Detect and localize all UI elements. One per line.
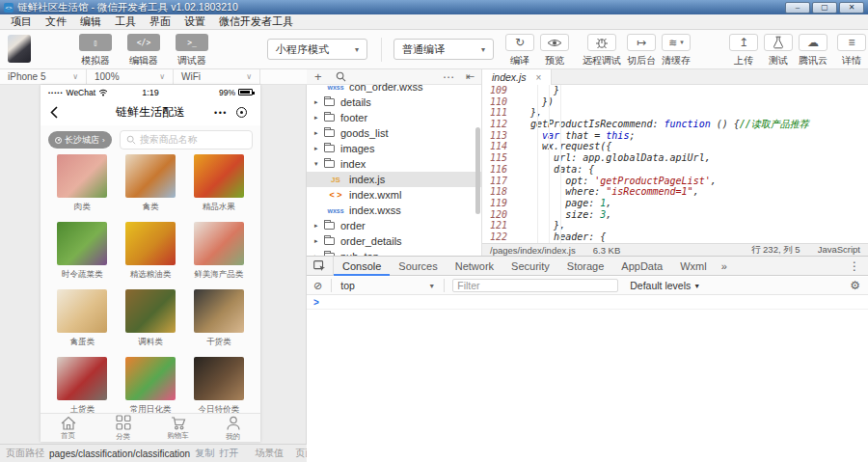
- console-tab-sources[interactable]: Sources: [390, 257, 446, 276]
- tabbar-grid[interactable]: 分类: [95, 414, 150, 442]
- zoom-select[interactable]: 100%∨: [87, 69, 174, 84]
- code-area[interactable]: 109 }110 })111 },112 getProductIsRecomme…: [482, 85, 868, 243]
- action-upload-button[interactable]: ↥上传: [729, 34, 758, 68]
- tree-item-footer[interactable]: ▸footer: [307, 110, 482, 125]
- inspect-element-icon[interactable]: [307, 257, 334, 276]
- network-select[interactable]: WiFi∨: [174, 69, 260, 84]
- open-path-button[interactable]: 打开: [219, 447, 238, 460]
- tree-item-goods_list[interactable]: ▸goods_list: [307, 125, 482, 141]
- tree-item-order[interactable]: ▸order: [307, 218, 482, 233]
- 编辑器-button[interactable]: </>编辑器: [120, 34, 168, 68]
- search-input[interactable]: 搜索商品名称: [120, 130, 253, 149]
- copy-path-button[interactable]: 复制: [195, 447, 214, 460]
- details-button[interactable]: ≡详情: [837, 34, 866, 68]
- compile-select[interactable]: 普通编译 ▾: [393, 39, 494, 60]
- device-select[interactable]: iPhone 5∨: [0, 69, 87, 84]
- tree-item-index.wxss[interactable]: wxssindex.wxss: [307, 203, 482, 218]
- category-item-10[interactable]: 常用日化类: [117, 357, 185, 416]
- minimize-button[interactable]: –: [785, 2, 810, 14]
- back-icon[interactable]: [50, 106, 58, 119]
- tabbar-cart[interactable]: 购物车: [150, 414, 205, 442]
- action-eye-button[interactable]: 预览: [540, 34, 569, 68]
- tree-scrollbar[interactable]: [475, 127, 480, 214]
- chevron-right-icon[interactable]: ▸: [314, 237, 322, 245]
- console-tab-appdata[interactable]: AppData: [612, 257, 671, 276]
- tree-item-index.js[interactable]: JSindex.js: [307, 172, 482, 187]
- log-levels-select[interactable]: Default levels ▼: [630, 280, 700, 291]
- mode-select[interactable]: 小程序模式 ▾: [267, 39, 367, 60]
- category-item-9[interactable]: 土货类: [48, 357, 117, 416]
- scene-value-button[interactable]: 场景值: [255, 447, 284, 460]
- action-bug-button[interactable]: 远程调试: [583, 34, 621, 68]
- tabbar-home[interactable]: 首页: [41, 414, 95, 442]
- chevron-right-icon[interactable]: ▸: [314, 145, 322, 152]
- action-flask-button[interactable]: 测试: [764, 34, 793, 68]
- category-item-3[interactable]: 时令蔬菜类: [48, 222, 117, 281]
- chevron-right-icon[interactable]: ▸: [314, 98, 322, 106]
- category-item-0[interactable]: 肉类: [48, 154, 117, 213]
- language-mode[interactable]: JavaScript: [818, 244, 860, 257]
- action-cache-button[interactable]: ≋▾清缓存: [662, 34, 691, 68]
- console-tab-security[interactable]: Security: [502, 257, 558, 276]
- category-item-5[interactable]: 鲜美海产品类: [184, 222, 253, 281]
- cursor-position[interactable]: 行 232, 列 5: [751, 244, 800, 257]
- chevron-right-icon[interactable]: ▸: [314, 222, 322, 230]
- chevron-right-icon: ›: [102, 136, 105, 145]
- console-tab-wxml[interactable]: Wxml: [671, 257, 716, 276]
- clear-console-icon[interactable]: ⊘: [307, 280, 329, 292]
- console-tab-network[interactable]: Network: [447, 257, 502, 276]
- console-menu-dots-icon[interactable]: ⋮: [841, 259, 868, 273]
- exit-target-icon[interactable]: [236, 107, 247, 118]
- tree-item-order_details[interactable]: ▸order_details: [307, 233, 482, 249]
- category-item-8[interactable]: 干货类: [184, 289, 253, 348]
- console-filter-input[interactable]: [452, 279, 618, 292]
- menu-item-3[interactable]: 工具: [108, 14, 143, 29]
- menu-item-0[interactable]: 项目: [4, 14, 39, 29]
- console-prompt-row[interactable]: >: [307, 295, 868, 310]
- cloud-icon: ☁: [807, 36, 819, 49]
- editor-tab-indexjs[interactable]: index.js ×: [482, 69, 552, 85]
- menu-item-1[interactable]: 文件: [39, 14, 73, 29]
- 模拟器-button[interactable]: ▯模拟器: [71, 34, 120, 68]
- tabbar-user[interactable]: 我的: [205, 414, 260, 442]
- close-tab-icon[interactable]: ×: [536, 72, 542, 83]
- action-cloud-button[interactable]: ☁腾讯云: [799, 34, 827, 68]
- action-switch-button[interactable]: ↦切后台: [627, 34, 656, 68]
- category-item-6[interactable]: 禽蛋类: [48, 289, 117, 348]
- maximize-button[interactable]: ▢: [812, 2, 837, 14]
- folder-icon: [324, 145, 335, 152]
- folder-icon: [324, 114, 335, 122]
- category-item-7[interactable]: 调料类: [117, 289, 185, 348]
- tree-item-images[interactable]: ▸images: [307, 141, 482, 156]
- category-item-2[interactable]: 精品水果: [184, 154, 253, 213]
- 调试器-button[interactable]: >_调试器: [168, 34, 216, 68]
- tree-item-con_order.wxss[interactable]: wxsscon_order.wxss: [307, 79, 482, 95]
- category-item-4[interactable]: 精选粮油类: [117, 222, 185, 281]
- chevron-right-icon[interactable]: ▸: [314, 114, 322, 122]
- close-button[interactable]: ✕: [839, 2, 864, 14]
- user-avatar[interactable]: [8, 35, 31, 63]
- chevron-down-icon[interactable]: ▾: [314, 160, 322, 168]
- menu-item-2[interactable]: 编辑: [73, 14, 108, 29]
- more-tabs-icon[interactable]: »: [716, 260, 733, 272]
- console-settings-gear-icon[interactable]: ⚙: [842, 279, 868, 292]
- console-tab-storage[interactable]: Storage: [558, 257, 613, 276]
- context-select[interactable]: top ▼: [334, 280, 442, 291]
- line-number: 121: [482, 220, 519, 231]
- tree-item-details[interactable]: ▸details: [307, 95, 482, 110]
- menu-item-6[interactable]: 微信开发者工具: [212, 14, 300, 29]
- more-dots-icon[interactable]: •••: [214, 108, 228, 118]
- action-refresh-button[interactable]: ↻编译: [505, 34, 534, 68]
- chevron-right-icon[interactable]: ▸: [314, 129, 322, 137]
- store-location-pill[interactable]: 长沙城店 ›: [48, 131, 112, 149]
- category-item-11[interactable]: 今日特价类: [184, 357, 253, 416]
- menu-item-4[interactable]: 界面: [143, 14, 177, 29]
- tree-item-index[interactable]: ▾index: [307, 156, 482, 172]
- category-item-1[interactable]: 禽类: [117, 154, 185, 213]
- phone-screen: 1:19 ••••• WeChat 99% 链鲜生活配送 ••• 长沙城店 ›: [41, 85, 260, 442]
- menu-item-5[interactable]: 设置: [177, 14, 212, 29]
- tree-item-index.wxml[interactable]: < >index.wxml: [307, 187, 482, 203]
- tree-item-pub_top[interactable]: ▸pub_top: [307, 249, 482, 256]
- console-tab-console[interactable]: Console: [334, 257, 390, 276]
- category-label: 调料类: [138, 337, 163, 348]
